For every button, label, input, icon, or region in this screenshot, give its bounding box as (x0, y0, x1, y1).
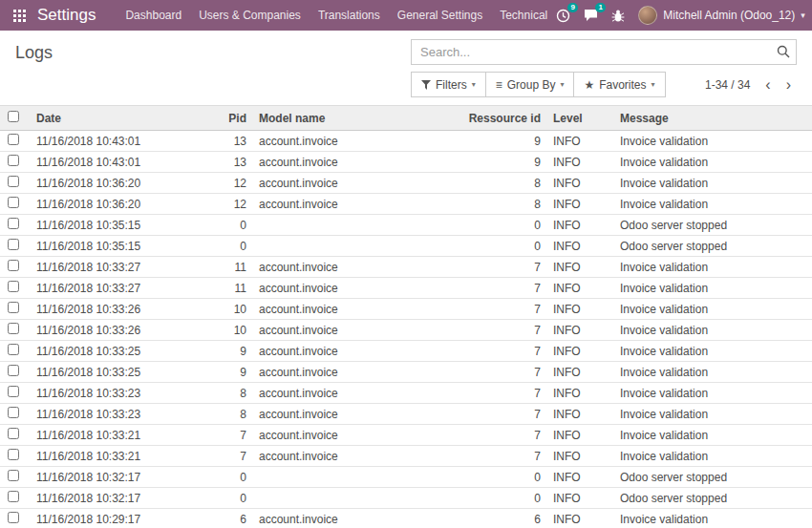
main-menu: DashboardUsers & CompaniesTranslationsGe… (117, 0, 556, 31)
column-header-level[interactable]: Level (545, 106, 611, 131)
search-input[interactable] (411, 39, 797, 65)
app-name[interactable]: Settings (37, 6, 96, 25)
search-icon[interactable] (777, 45, 790, 61)
row-checkbox-cell[interactable] (0, 488, 27, 509)
table-row[interactable]: 11/16/2018 10:33:259account.invoice7INFO… (0, 341, 812, 362)
table-row[interactable]: 11/16/2018 10:32:1700INFOOdoo server sto… (0, 467, 812, 488)
table-row[interactable]: 11/16/2018 10:33:2711account.invoice7INF… (0, 278, 812, 299)
table-row[interactable]: 11/16/2018 10:35:1500INFOOdoo server sto… (0, 236, 812, 257)
table-row[interactable]: 11/16/2018 10:32:1700INFOOdoo server sto… (0, 488, 812, 509)
row-checkbox[interactable] (8, 281, 19, 292)
cell-message: Invoice validation (611, 278, 812, 299)
row-checkbox[interactable] (8, 323, 19, 334)
filters-button[interactable]: Filters ▾ (411, 72, 486, 97)
cell-pid: 11 (210, 257, 250, 278)
table-row[interactable]: 11/16/2018 10:33:238account.invoice7INFO… (0, 383, 812, 404)
row-checkbox-cell[interactable] (0, 446, 27, 467)
row-checkbox[interactable] (8, 302, 19, 313)
row-checkbox[interactable] (8, 449, 19, 460)
cell-date: 11/16/2018 10:43:01 (27, 131, 210, 152)
row-checkbox-cell[interactable] (0, 152, 27, 173)
apps-grid-icon[interactable] (13, 10, 26, 22)
control-panel: Logs Filters ▾ ≡ (0, 31, 812, 105)
menu-users-companies[interactable]: Users & Companies (190, 9, 310, 22)
row-checkbox-cell[interactable] (0, 236, 27, 257)
cell-level: INFO (545, 488, 611, 509)
pager-previous-button[interactable]: ‹ (759, 77, 776, 93)
row-checkbox-cell[interactable] (0, 404, 27, 425)
user-menu[interactable]: Mitchell Admin (Odoo_12) ▾ (638, 6, 805, 25)
cell-pid: 6 (210, 509, 250, 528)
row-checkbox-cell[interactable] (0, 299, 27, 320)
table-row[interactable]: 11/16/2018 10:33:2711account.invoice7INF… (0, 257, 812, 278)
cell-pid: 10 (210, 320, 250, 341)
column-header-date[interactable]: Date (27, 106, 210, 131)
row-checkbox-cell[interactable] (0, 194, 27, 215)
row-checkbox[interactable] (8, 470, 19, 481)
row-checkbox-cell[interactable] (0, 278, 27, 299)
bug-icon[interactable] (611, 9, 625, 23)
table-row[interactable]: 11/16/2018 10:33:217account.invoice7INFO… (0, 425, 812, 446)
messages-icon[interactable]: 1 (584, 9, 598, 22)
row-checkbox-cell[interactable] (0, 173, 27, 194)
activity-clock-icon[interactable]: 9 (556, 9, 570, 23)
row-checkbox[interactable] (8, 386, 19, 397)
row-checkbox-cell[interactable] (0, 362, 27, 383)
cell-date: 11/16/2018 10:33:23 (27, 404, 210, 425)
favorites-button[interactable]: ★ Favorites ▾ (573, 72, 665, 97)
row-checkbox[interactable] (8, 197, 19, 208)
table-row[interactable]: 11/16/2018 10:33:217account.invoice7INFO… (0, 446, 812, 467)
table-row[interactable]: 11/16/2018 10:35:1500INFOOdoo server sto… (0, 215, 812, 236)
row-checkbox-cell[interactable] (0, 131, 27, 152)
menu-technical[interactable]: Technical (491, 9, 556, 22)
row-checkbox-cell[interactable] (0, 509, 27, 528)
table-row[interactable]: 11/16/2018 10:43:0113account.invoice9INF… (0, 131, 812, 152)
row-checkbox[interactable] (8, 260, 19, 271)
table-row[interactable]: 11/16/2018 10:36:2012account.invoice8INF… (0, 173, 812, 194)
cell-message: Odoo server stopped (611, 488, 812, 509)
cell-message: Odoo server stopped (611, 236, 812, 257)
table-row[interactable]: 11/16/2018 10:29:176account.invoice6INFO… (0, 509, 812, 528)
row-checkbox[interactable] (8, 155, 19, 166)
select-all-cell[interactable] (0, 106, 27, 131)
row-checkbox[interactable] (8, 239, 19, 250)
row-checkbox[interactable] (8, 365, 19, 376)
row-checkbox-cell[interactable] (0, 383, 27, 404)
cell-pid: 9 (210, 341, 250, 362)
column-header-ressource-id[interactable]: Ressource id (418, 106, 545, 131)
menu-translations[interactable]: Translations (310, 9, 389, 22)
table-row[interactable]: 11/16/2018 10:33:259account.invoice7INFO… (0, 362, 812, 383)
column-header-message[interactable]: Message (611, 106, 812, 131)
table-row[interactable]: 11/16/2018 10:33:2610account.invoice7INF… (0, 299, 812, 320)
group-by-button[interactable]: ≡ Group By ▾ (485, 72, 575, 97)
row-checkbox[interactable] (8, 512, 19, 523)
row-checkbox-cell[interactable] (0, 467, 27, 488)
row-checkbox[interactable] (8, 428, 19, 439)
cell-model-name: account.invoice (250, 131, 418, 152)
table-row[interactable]: 11/16/2018 10:43:0113account.invoice9INF… (0, 152, 812, 173)
row-checkbox[interactable] (8, 344, 19, 355)
row-checkbox[interactable] (8, 491, 19, 502)
row-checkbox-cell[interactable] (0, 215, 27, 236)
pager-next-button[interactable]: › (780, 77, 797, 93)
row-checkbox[interactable] (8, 218, 19, 229)
cell-date: 11/16/2018 10:33:25 (27, 341, 210, 362)
column-header-model-name[interactable]: Model name (250, 106, 418, 131)
cell-pid: 8 (210, 383, 250, 404)
table-row[interactable]: 11/16/2018 10:33:2610account.invoice7INF… (0, 320, 812, 341)
row-checkbox-cell[interactable] (0, 341, 27, 362)
row-checkbox[interactable] (8, 134, 19, 145)
menu-dashboard[interactable]: Dashboard (117, 9, 190, 22)
row-checkbox-cell[interactable] (0, 320, 27, 341)
menu-general-settings[interactable]: General Settings (389, 9, 491, 22)
cell-model-name (250, 236, 418, 257)
cell-date: 11/16/2018 10:36:20 (27, 173, 210, 194)
table-row[interactable]: 11/16/2018 10:36:2012account.invoice8INF… (0, 194, 812, 215)
row-checkbox-cell[interactable] (0, 257, 27, 278)
column-header-pid[interactable]: Pid (210, 106, 250, 131)
select-all-checkbox[interactable] (8, 111, 19, 122)
row-checkbox-cell[interactable] (0, 425, 27, 446)
table-row[interactable]: 11/16/2018 10:33:238account.invoice7INFO… (0, 404, 812, 425)
row-checkbox[interactable] (8, 176, 19, 187)
row-checkbox[interactable] (8, 407, 19, 418)
